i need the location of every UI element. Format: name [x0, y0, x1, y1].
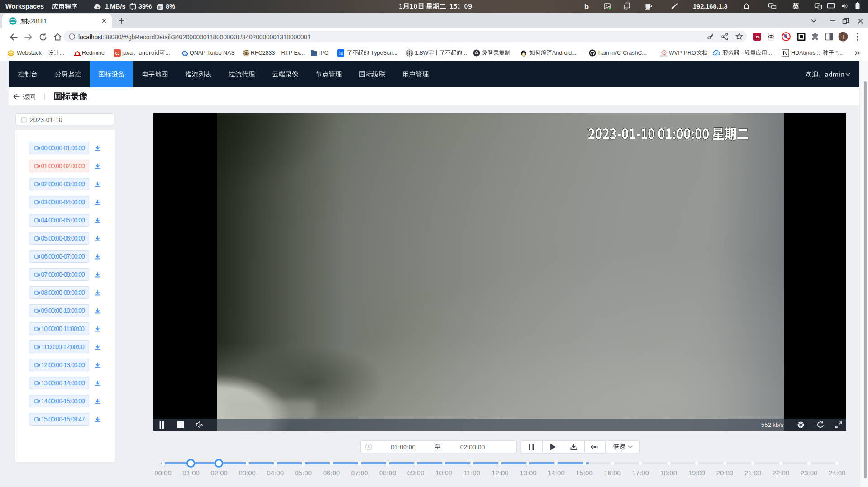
svg-text:C: C: [115, 51, 119, 56]
svg-text:知: 知: [339, 51, 343, 56]
svg-text:b: b: [584, 2, 589, 11]
svg-text:JS: JS: [754, 35, 759, 39]
svg-text:WVP-PRO: WVP-PRO: [660, 55, 668, 57]
svg-text:I: I: [842, 34, 844, 40]
